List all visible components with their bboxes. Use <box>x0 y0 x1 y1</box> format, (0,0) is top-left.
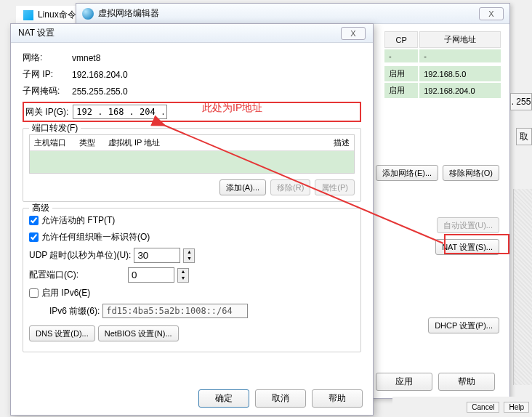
pf-col-type: 类型 <box>79 137 95 148</box>
network-label: 网络: <box>23 52 69 64</box>
config-port-label: 配置端口(C): <box>29 269 78 281</box>
nat-help-button[interactable]: 帮助 <box>312 389 363 408</box>
bg-button-fragment[interactable]: 取 <box>516 128 532 145</box>
ipv6-prefix-label: IPv6 前缀(6): <box>49 305 100 317</box>
background-dialog-buttons: Cancel Help <box>392 397 532 417</box>
chevron-up-icon: ▲ <box>178 269 188 275</box>
udp-timeout-label: UDP 超时(以秒为单位)(U): <box>29 249 131 262</box>
pf-properties-button: 属性(P) <box>315 179 355 195</box>
table-row[interactable]: -- <box>384 49 501 62</box>
col-subnet[interactable]: 子网地址 <box>419 31 501 48</box>
nat-settings-dialog: NAT 设置 X 网络:vmnet8 子网 IP:192.168.204.0 子… <box>10 23 374 416</box>
col-cp[interactable]: CP <box>384 31 418 48</box>
globe-icon <box>82 8 94 20</box>
udp-spinner[interactable]: ▲▼ <box>183 248 195 263</box>
table-row[interactable]: 启用192.168.5.0 <box>384 66 501 81</box>
nat-title-text: NAT 设置 <box>18 27 55 39</box>
vne-help-button[interactable]: 帮助 <box>438 373 495 391</box>
vne-apply-button[interactable]: 应用 <box>376 373 432 391</box>
nat-titlebar[interactable]: NAT 设置 X <box>11 24 373 43</box>
chevron-down-icon: ▼ <box>184 256 194 262</box>
config-port-input[interactable] <box>128 267 174 283</box>
pf-col-desc: 描述 <box>334 137 350 148</box>
vne-title-text: 虚拟网络编辑器 <box>98 7 159 20</box>
dns-settings-button[interactable]: DNS 设置(D)... <box>29 325 95 341</box>
bg-cancel-button[interactable]: Cancel <box>467 402 499 413</box>
netbios-settings-button[interactable]: NetBIOS 设置(N)... <box>98 325 179 341</box>
taskbar-tab-linux[interactable]: Linux命令 <box>16 6 84 24</box>
gateway-row-highlight: 网关 IP(G): <box>23 102 361 122</box>
nat-cancel-button[interactable]: 取消 <box>255 389 306 408</box>
nat-close-button[interactable]: X <box>341 27 366 40</box>
table-row[interactable]: 启用192.168.204.0 <box>384 83 501 98</box>
nat-ok-button[interactable]: 确定 <box>198 389 249 408</box>
vne-titlebar[interactable]: 虚拟网络编辑器 X <box>76 4 509 24</box>
pf-col-vmip: 虚拟机 IP 地址 <box>108 137 160 148</box>
allow-oui-checkbox[interactable]: 允许任何组织唯一标识符(O) <box>29 231 150 243</box>
gateway-ip-input[interactable] <box>73 105 167 119</box>
pf-add-button[interactable]: 添加(A)... <box>219 179 266 195</box>
auto-settings-button: 自动设置(U)... <box>437 217 499 233</box>
pf-remove-button: 移除(R) <box>270 179 310 195</box>
bg-ip-fragment: . 255 <box>510 93 532 110</box>
add-network-button[interactable]: 添加网络(E)... <box>376 165 438 181</box>
cfgport-spinner[interactable]: ▲▼ <box>177 268 189 283</box>
nat-settings-button[interactable]: NAT 设置(S)... <box>435 239 499 255</box>
ipv6-prefix-input <box>102 304 248 318</box>
linux-icon <box>23 10 33 20</box>
port-forward-list[interactable]: 主机端口 类型 虚拟机 IP 地址 描述 <box>29 134 355 174</box>
remove-network-button[interactable]: 移除网络(O) <box>443 165 499 181</box>
chevron-up-icon: ▲ <box>184 249 194 256</box>
port-forward-group: 端口转发(F) 主机端口 类型 虚拟机 IP 地址 描述 添加(A)... 移除… <box>23 128 361 202</box>
bg-help-button[interactable]: Help <box>504 402 529 413</box>
enable-ipv6-checkbox[interactable]: 启用 IPv6(E) <box>29 287 90 299</box>
udp-timeout-input[interactable] <box>134 248 180 263</box>
subnet-mask-value: 255.255.255.0 <box>72 86 128 97</box>
annotation-text: 此处为IP地址 <box>202 102 262 115</box>
network-value: vmnet8 <box>72 53 100 63</box>
advanced-group: 高级 允许活动的 FTP(T) 允许任何组织唯一标识符(O) UDP 超时(以秒… <box>23 208 361 352</box>
subnet-ip-value: 192.168.204.0 <box>72 70 128 80</box>
subnet-mask-label: 子网掩码: <box>23 85 69 97</box>
advanced-title: 高级 <box>29 202 52 214</box>
gateway-label: 网关 IP(G): <box>25 106 68 118</box>
vne-close-button[interactable]: X <box>479 7 504 20</box>
subnet-ip-label: 子网 IP: <box>23 68 69 81</box>
network-table: CP 子网地址 -- 启用192.168.5.0 启用192.168.204.0 <box>383 30 502 100</box>
dhcp-settings-button[interactable]: DHCP 设置(P)... <box>428 317 499 333</box>
allow-ftp-checkbox[interactable]: 允许活动的 FTP(T) <box>29 214 115 227</box>
taskbar-tab-label: Linux命令 <box>38 9 76 21</box>
pf-col-hostport: 主机端口 <box>34 137 66 148</box>
chevron-down-icon: ▼ <box>178 275 188 282</box>
background-pattern <box>513 189 532 385</box>
port-forward-title: 端口转发(F) <box>29 122 81 134</box>
